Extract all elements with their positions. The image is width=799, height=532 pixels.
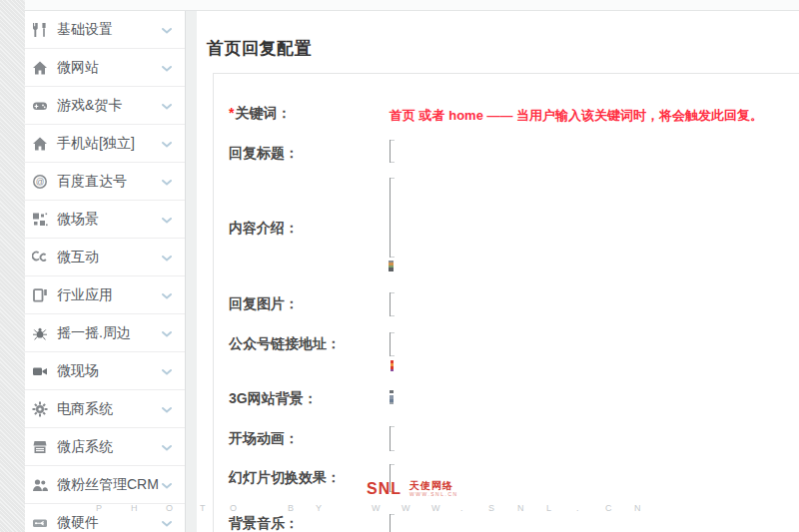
chevron-down-icon — [161, 173, 173, 191]
keyword-label: *关键词： — [229, 105, 291, 123]
users-icon — [32, 477, 48, 493]
at-circle-icon: @ — [32, 174, 48, 190]
chevron-down-icon — [161, 135, 173, 153]
sidebar-item-micro-store[interactable]: 微店系统 — [25, 428, 185, 466]
opening-animation-label: 开场动画： — [229, 430, 299, 448]
official-account-link-label: 公众号链接地址： — [229, 335, 341, 353]
quotes-icon — [32, 250, 48, 266]
sidebar-item-label: 微互动 — [57, 249, 161, 266]
sidebar-item-micro-scene[interactable]: 微场景 — [25, 201, 185, 239]
chevron-down-icon — [161, 97, 173, 115]
watermark-letter: O — [166, 503, 173, 513]
watermark-letter: L — [546, 503, 551, 513]
usb-icon — [32, 515, 48, 531]
video-camera-icon — [32, 363, 48, 379]
sidebar-item-label: 摇一摇.周边 — [57, 324, 161, 342]
keyword-hint: 首页 或者 home —— 当用户输入该关键词时，将会触发此回复。 — [390, 107, 763, 125]
3g-background-label: 3G网站背景： — [229, 390, 318, 408]
reply-image-input[interactable] — [390, 292, 396, 316]
watermark-letter: T — [200, 503, 206, 513]
sidebar-item-label: 基础设置 — [57, 21, 161, 39]
sidebar: 基础设置 微网站 游戏&贺卡 手机站[独立] @ 百度直达号 微场景 — [25, 11, 186, 532]
watermark-letter: . — [576, 503, 579, 513]
watermark-letter: C — [605, 503, 612, 513]
watermark-letter: N — [517, 503, 524, 513]
scattered-squares-icon — [32, 212, 48, 228]
chevron-down-icon — [161, 59, 173, 77]
sidebar-item-label: 微店系统 — [57, 438, 161, 456]
content-intro-textarea[interactable] — [390, 178, 396, 258]
chevron-down-icon — [161, 400, 173, 418]
watermark-letter: N — [634, 503, 641, 513]
reply-image-label: 回复图片： — [229, 295, 299, 313]
sidebar-item-micro-interaction[interactable]: 微互动 — [25, 239, 185, 276]
svg-text:@: @ — [36, 177, 45, 187]
sidebar-item-label: 微场景 — [57, 211, 161, 229]
chevron-down-icon — [161, 249, 173, 266]
background-music-label: 背景音乐： — [229, 515, 299, 532]
sidebar-item-label: 百度直达号 — [57, 173, 161, 191]
tablet-pen-icon — [32, 287, 48, 303]
snl-brand-cn: 天使网络 — [409, 480, 458, 491]
sidebar-content-gap — [186, 11, 197, 532]
gamepad-icon — [32, 98, 48, 114]
chevron-down-icon — [161, 362, 173, 380]
watermark-letter: B — [288, 503, 294, 513]
watermark-letter: S — [488, 503, 494, 513]
sidebar-item-label: 微现场 — [57, 362, 161, 380]
reply-title-input[interactable] — [390, 140, 396, 163]
snl-brand-text: SNL — [367, 480, 401, 498]
sidebar-item-label: 手机站[独立] — [57, 135, 161, 153]
watermark-letter: . — [460, 503, 463, 513]
spider-icon — [32, 325, 48, 341]
chevron-down-icon — [161, 476, 173, 494]
background-music-input[interactable] — [390, 514, 396, 532]
sidebar-item-fans-crm[interactable]: 微粉丝管理CRM — [25, 466, 185, 504]
sidebar-item-micro-website[interactable]: 微网站 — [25, 49, 185, 87]
content-intro-label: 内容介绍： — [229, 220, 299, 238]
chevron-down-icon — [161, 438, 173, 456]
gear-icon — [32, 401, 48, 417]
sidebar-item-shake-nearby[interactable]: 摇一摇.周边 — [25, 314, 185, 352]
reply-config-form: *关键词： 首页 或者 home —— 当用户输入该关键词时，将会触发此回复。 … — [213, 73, 799, 532]
tools-icon — [32, 22, 48, 38]
sidebar-item-micro-hardware[interactable]: 微硬件 — [25, 504, 185, 532]
clipped-red-text-fragment — [391, 360, 394, 371]
sidebar-item-label: 游戏&贺卡 — [57, 97, 161, 115]
sidebar-item-games-cards[interactable]: 游戏&贺卡 — [25, 87, 185, 125]
snl-brand-url: WWW.SNL.CN — [409, 491, 458, 497]
chevron-down-icon — [161, 514, 173, 532]
chevron-down-icon — [161, 21, 173, 39]
broken-content-fragment — [389, 261, 394, 271]
sidebar-item-label: 电商系统 — [57, 400, 161, 418]
sidebar-item-label: 微粉丝管理CRM — [57, 476, 161, 494]
sidebar-item-ecommerce[interactable]: 电商系统 — [25, 390, 185, 428]
sidebar-item-industry-apps[interactable]: 行业应用 — [25, 276, 185, 314]
official-account-link-input[interactable] — [390, 332, 396, 356]
watermark-letter: O — [230, 503, 237, 513]
opening-animation-input[interactable] — [390, 426, 396, 451]
storefront-icon — [32, 439, 48, 455]
sidebar-item-label: 微网站 — [57, 59, 161, 77]
watermark-letter: W — [401, 503, 410, 513]
chevron-down-icon — [161, 286, 173, 304]
sidebar-item-micro-live[interactable]: 微现场 — [25, 352, 185, 390]
snl-watermark-logo: SNL 天使网络 WWW.SNL.CN — [367, 480, 458, 498]
page-left-texture-strip — [0, 0, 25, 532]
required-marker: * — [229, 105, 234, 121]
watermark-letter: Y — [316, 503, 322, 513]
slide-effect-label: 幻灯片切换效果： — [229, 469, 341, 487]
sidebar-item-label: 行业应用 — [57, 286, 161, 304]
sidebar-item-basic-settings[interactable]: 基础设置 — [25, 11, 185, 49]
chevron-down-icon — [161, 211, 173, 229]
watermark-letter: W — [372, 503, 381, 513]
main-content: 首页回复配置 *关键词： 首页 或者 home —— 当用户输入该关键词时，将会… — [197, 11, 799, 532]
watermark-letter: H — [131, 503, 138, 513]
watermark-letter: W — [431, 503, 440, 513]
top-header-remnant — [25, 0, 799, 11]
sidebar-item-mobile-site[interactable]: 手机站[独立] — [25, 125, 185, 163]
home-icon — [32, 60, 48, 76]
sidebar-item-label: 微硬件 — [57, 514, 161, 532]
sidebar-item-baidu-zhida[interactable]: @ 百度直达号 — [25, 163, 185, 201]
reply-title-label: 回复标题： — [229, 145, 299, 163]
